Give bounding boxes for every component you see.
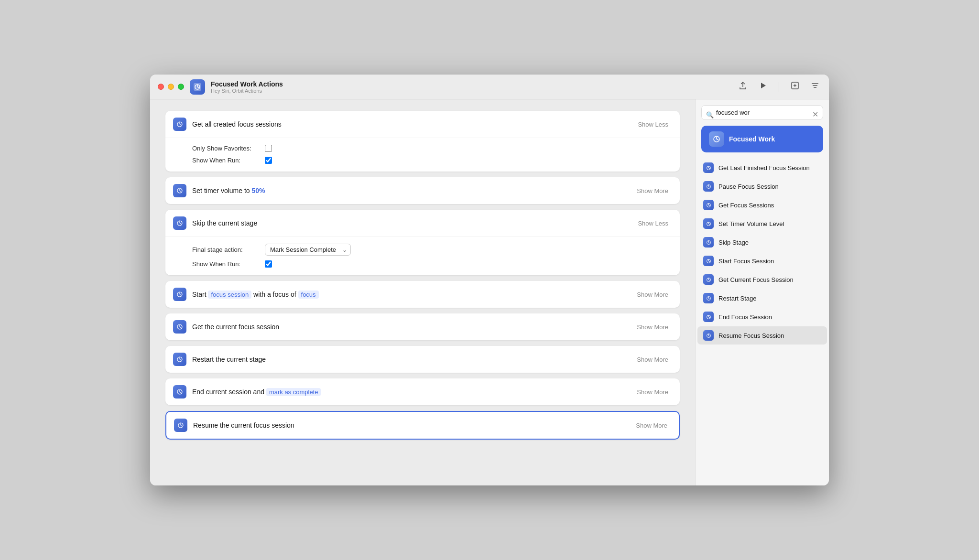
sidebar-item-end[interactable]: End Focus Session xyxy=(697,308,827,326)
card-skip-stage-header: Skip the current stage Show Less xyxy=(165,210,680,237)
play-button[interactable] xyxy=(757,79,769,94)
card-start-header: Start focus session with a focus of focu… xyxy=(165,281,680,308)
card-skip-stage-icon xyxy=(173,216,186,230)
sidebar-item-icon-pause xyxy=(703,181,714,192)
divider xyxy=(779,82,779,92)
app-title: Focused Work Actions xyxy=(211,80,731,88)
sidebar-item-icon-get-sessions xyxy=(703,200,714,210)
svg-line-52 xyxy=(708,261,710,262)
sidebar-item-restart[interactable]: Restart Stage xyxy=(697,289,827,307)
card-restart-toggle[interactable]: Show More xyxy=(633,354,672,365)
card-get-current-toggle[interactable]: Show More xyxy=(633,322,672,333)
sidebar-item-start[interactable]: Start Focus Session xyxy=(697,252,827,270)
sidebar-items-list: Get Last Finished Focus Session Pause Fo… xyxy=(696,158,829,480)
form-row-show-when-run-2: Show When Run: xyxy=(192,260,670,268)
svg-line-61 xyxy=(708,317,710,318)
focused-work-icon xyxy=(709,131,724,147)
card-set-timer-header: Set timer volume to 50% Show More xyxy=(165,177,680,204)
card-set-timer: Set timer volume to 50% Show More xyxy=(165,177,680,204)
show-when-run-2-checkbox[interactable] xyxy=(265,260,272,268)
card-start-title: Start focus session with a focus of focu… xyxy=(192,291,627,298)
svg-line-13 xyxy=(180,191,181,192)
card-end-session-toggle[interactable]: Show More xyxy=(633,387,672,398)
sidebar-item-get-focus-sessions[interactable]: Get Focus Sessions xyxy=(697,196,827,214)
card-end-session-header: End current session and mark as complete… xyxy=(165,378,680,405)
card-resume: Resume the current focus session Show Mo… xyxy=(165,411,680,440)
card-restart-icon xyxy=(173,353,186,366)
card-get-all-title: Get all created focus sessions xyxy=(192,120,628,128)
sidebar-item-label-get-current: Get Current Focus Session xyxy=(718,276,794,283)
sidebar-item-skip-stage[interactable]: Skip Stage xyxy=(697,233,827,251)
sidebar-item-icon-skip xyxy=(703,237,714,248)
card-set-timer-icon xyxy=(173,184,186,197)
card-restart: Restart the current stage Show More xyxy=(165,346,680,373)
card-restart-header: Restart the current stage Show More xyxy=(165,346,680,373)
card-resume-icon xyxy=(174,419,187,432)
show-when-run-1-label: Show When Run: xyxy=(192,157,259,164)
fullscreen-button[interactable] xyxy=(178,84,184,90)
show-when-run-2-label: Show When Run: xyxy=(192,260,259,268)
sidebar-item-pause[interactable]: Pause Focus Session xyxy=(697,177,827,195)
card-get-all-toggle[interactable]: Show Less xyxy=(634,119,672,130)
sidebar-item-label-set-timer: Set Timer Volume Level xyxy=(718,220,784,227)
svg-line-28 xyxy=(180,392,181,393)
sidebar-item-icon-get-current xyxy=(703,274,714,285)
card-end-session: End current session and mark as complete… xyxy=(165,378,680,405)
add-button[interactable] xyxy=(789,79,801,94)
sidebar-item-label-end: End Focus Session xyxy=(718,313,772,321)
card-get-current-icon xyxy=(173,320,186,334)
final-action-label: Final stage action: xyxy=(192,246,259,253)
sidebar-item-resume[interactable]: Resume Focus Session xyxy=(697,326,827,345)
traffic-lights xyxy=(158,84,184,90)
card-start: Start focus session with a focus of focu… xyxy=(165,281,680,308)
titlebar-text: Focused Work Actions Hey Siri, Orbit Act… xyxy=(211,80,731,94)
app-icon xyxy=(190,79,205,95)
app-window: Focused Work Actions Hey Siri, Orbit Act… xyxy=(150,75,829,485)
card-skip-stage-body: Final stage action: Mark Session Complet… xyxy=(165,237,680,275)
card-resume-header: Resume the current focus session Show Mo… xyxy=(166,412,679,439)
sidebar-item-set-timer[interactable]: Set Timer Volume Level xyxy=(697,215,827,233)
close-button[interactable] xyxy=(158,84,164,90)
card-restart-title: Restart the current stage xyxy=(192,355,627,363)
card-skip-stage-toggle[interactable]: Show Less xyxy=(634,218,672,229)
search-bar-container: 🔍 ✕ xyxy=(696,105,829,126)
card-end-session-title: End current session and mark as complete xyxy=(192,388,627,396)
sidebar-item-get-current[interactable]: Get Current Focus Session xyxy=(697,270,827,289)
final-action-dropdown[interactable]: Mark Session Complete Skip to Next Stage… xyxy=(265,244,351,256)
final-action-dropdown-wrapper: Mark Session Complete Skip to Next Stage… xyxy=(265,244,351,256)
svg-line-49 xyxy=(708,242,710,243)
content-area: Get all created focus sessions Show Less… xyxy=(150,99,829,485)
sidebar-item-get-last[interactable]: Get Last Finished Focus Session xyxy=(697,159,827,177)
card-set-timer-toggle[interactable]: Show More xyxy=(633,185,672,196)
card-set-timer-title: Set timer volume to 50% xyxy=(192,187,627,194)
sidebar-item-icon-restart xyxy=(703,293,714,303)
sidebar-item-icon-end xyxy=(703,312,714,322)
card-resume-title: Resume the current focus session xyxy=(193,421,626,429)
focused-work-label: Focused Work xyxy=(729,135,775,143)
card-start-toggle[interactable]: Show More xyxy=(633,289,672,300)
sidebar-item-label-get-sessions: Get Focus Sessions xyxy=(718,202,774,209)
search-icon: 🔍 xyxy=(706,111,714,118)
favorites-checkbox[interactable] xyxy=(265,145,272,152)
svg-line-34 xyxy=(717,139,718,140)
show-when-run-1-checkbox[interactable] xyxy=(265,157,272,164)
svg-line-10 xyxy=(180,124,181,125)
card-get-all-icon xyxy=(173,118,186,131)
titlebar: Focused Work Actions Hey Siri, Orbit Act… xyxy=(150,75,829,99)
titlebar-actions xyxy=(737,79,821,94)
search-clear-button[interactable]: ✕ xyxy=(812,111,818,118)
svg-line-40 xyxy=(708,186,710,187)
svg-line-55 xyxy=(708,280,710,280)
card-skip-stage: Skip the current stage Show Less Final s… xyxy=(165,210,680,275)
search-input[interactable] xyxy=(701,105,823,120)
filter-button[interactable] xyxy=(809,79,821,94)
share-button[interactable] xyxy=(737,79,749,94)
card-resume-toggle[interactable]: Show More xyxy=(632,420,671,431)
card-end-session-icon xyxy=(173,385,186,398)
focused-work-button[interactable]: Focused Work xyxy=(701,126,823,152)
sidebar: 🔍 ✕ Focused Work xyxy=(695,99,829,485)
main-panel: Get all created focus sessions Show Less… xyxy=(150,99,695,485)
minimize-button[interactable] xyxy=(168,84,174,90)
sidebar-item-label-start: Start Focus Session xyxy=(718,258,774,265)
svg-line-64 xyxy=(708,335,710,336)
